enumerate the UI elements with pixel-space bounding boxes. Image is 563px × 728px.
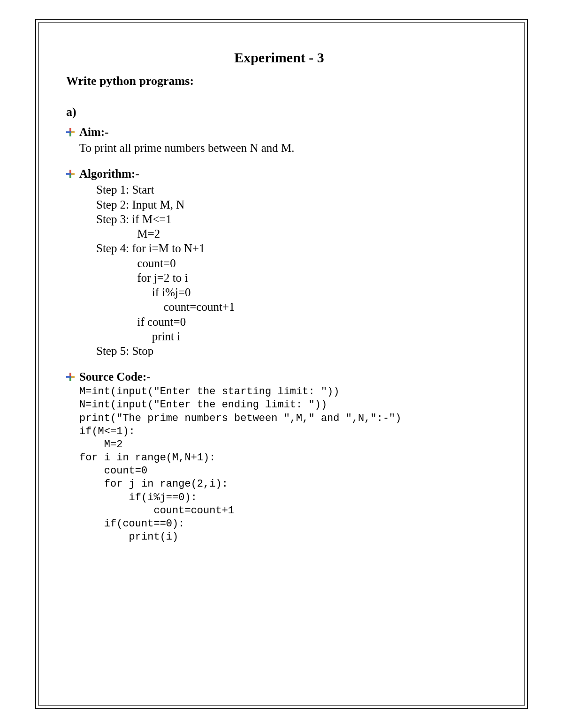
document-subtitle: Write python programs: bbox=[66, 74, 492, 88]
source-heading: Source Code:- bbox=[79, 370, 151, 383]
bullet-icon bbox=[66, 128, 75, 136]
page: Experiment - 3 Write python programs: a)… bbox=[0, 0, 563, 728]
svg-rect-4 bbox=[69, 133, 71, 136]
svg-rect-2 bbox=[69, 128, 71, 131]
svg-rect-13 bbox=[71, 376, 75, 378]
document-title: Experiment - 3 bbox=[66, 50, 492, 66]
svg-rect-8 bbox=[71, 173, 75, 175]
bullet-icon bbox=[66, 373, 75, 381]
aim-heading-row: Aim:- bbox=[66, 126, 492, 139]
algorithm-heading: Algorithm:- bbox=[79, 167, 139, 180]
svg-rect-14 bbox=[69, 378, 71, 381]
algorithm-heading-row: Algorithm:- bbox=[66, 167, 492, 180]
bullet-icon bbox=[66, 170, 75, 178]
aim-heading: Aim:- bbox=[79, 126, 108, 139]
svg-rect-9 bbox=[69, 175, 71, 178]
aim-text: To print all prime numbers between N and… bbox=[79, 141, 492, 155]
page-border-outer: Experiment - 3 Write python programs: a)… bbox=[35, 19, 528, 709]
page-border-inner: Experiment - 3 Write python programs: a)… bbox=[38, 22, 525, 706]
svg-rect-12 bbox=[69, 373, 71, 376]
source-heading-row: Source Code:- bbox=[66, 370, 492, 383]
svg-rect-7 bbox=[69, 170, 71, 173]
part-label: a) bbox=[66, 105, 492, 119]
svg-rect-3 bbox=[71, 131, 75, 133]
source-code: M=int(input("Enter the starting limit: "… bbox=[79, 385, 492, 544]
algorithm-steps: Step 1: Start Step 2: Input M, N Step 3:… bbox=[96, 182, 492, 358]
